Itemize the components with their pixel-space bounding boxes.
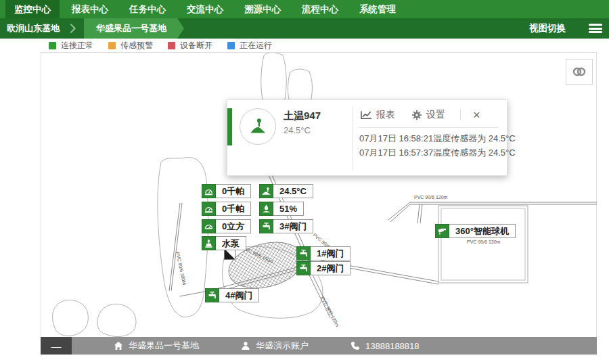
report-button[interactable]: 报表: [361, 109, 395, 121]
phone-icon: [351, 341, 360, 350]
soil-temperature-icon: [259, 184, 273, 198]
sensor-label: 51%: [273, 202, 304, 216]
user-icon: [241, 341, 250, 350]
valve-icon: [259, 219, 273, 233]
device-ptz-camera[interactable]: 360°智能球机: [435, 224, 516, 238]
sensor-label: 0立方: [216, 219, 251, 233]
popup-title: 土温947: [284, 110, 321, 122]
sensor-label: 3#阀门: [273, 219, 313, 233]
chart-icon: [361, 110, 372, 120]
chevron-right-icon: [66, 24, 76, 33]
legend-item-offline: 设备断开: [168, 40, 212, 51]
device-valve-2[interactable]: 2#阀门: [296, 261, 351, 275]
link-button[interactable]: [566, 59, 593, 85]
settings-button[interactable]: 设置: [411, 109, 445, 121]
nav-tab-traceability[interactable]: 溯源中心: [235, 0, 290, 18]
divider: [353, 107, 353, 170]
ptz-camera-icon: [435, 224, 449, 238]
divider: [359, 127, 499, 128]
soil-temperature-icon: [240, 108, 276, 145]
popup-value: 24.5°C: [284, 125, 311, 135]
footer-bar: — 华盛果品一号基地 华盛演示账户 13888188818: [41, 337, 597, 355]
legend-item-warning: 传感预警: [108, 40, 153, 51]
chain-link-icon: [572, 66, 587, 78]
nav-tab-report[interactable]: 报表中心: [63, 0, 117, 18]
sensor-label: 水泵: [216, 236, 246, 250]
sensor-label: 2#阀门: [311, 261, 351, 275]
pipe-label: PVC 90/6 130m: [467, 240, 501, 244]
legend-item-running: 正在运行: [227, 40, 272, 51]
pressure-gauge-icon: [202, 184, 216, 198]
report-label: 报表: [376, 109, 395, 121]
valve-icon: [205, 288, 219, 302]
sensor-label: 4#阀门: [219, 288, 259, 302]
nav-tab-task[interactable]: 任务中心: [120, 0, 175, 18]
legend-label: 传感预警: [120, 40, 153, 51]
log-entry: 07月17日 16:57:37温度传感器为 24.5°C: [359, 145, 503, 160]
nav-tab-monitor[interactable]: 监控中心: [5, 0, 60, 18]
pipe-label: PVC 90/6 120m: [414, 195, 448, 200]
sensor-label: 0千帕: [216, 184, 251, 198]
device-valve-4[interactable]: 4#阀门: [205, 288, 259, 302]
footer-phone: 13888188818: [351, 341, 420, 351]
sensor-label: 360°智能球机: [449, 224, 516, 238]
top-nav: 监控中心 报表中心 任务中心 交流中心 溯源中心 流程中心 系统管理: [0, 0, 609, 18]
sensor-label: 1#阀门: [311, 246, 351, 260]
blue-square-icon: [227, 42, 235, 49]
soil-humidity-icon: [259, 202, 273, 216]
sensor-pressure-2[interactable]: 0千帕: [202, 202, 251, 216]
legend-label: 设备断开: [180, 40, 212, 51]
sensor-soil-humidity[interactable]: 51%: [259, 202, 304, 216]
divider: [460, 110, 461, 120]
sensor-soil-temperature[interactable]: 24.5°C: [259, 184, 313, 198]
orange-square-icon: [108, 42, 116, 49]
collapse-button[interactable]: —: [41, 337, 72, 355]
breadcrumb-root[interactable]: 欧润山东基地: [0, 18, 64, 39]
pipe-label: PVC 90/6 120m: [320, 296, 340, 327]
gear-icon: [411, 110, 422, 120]
footer-account-label: 华盛演示账户: [256, 340, 309, 352]
sensor-popup: 土温947 24.5°C 报表 设置 × 07月17日 16:58:21温度传感…: [227, 99, 508, 176]
sensor-label: 24.5°C: [273, 184, 313, 198]
menu-icon[interactable]: [589, 24, 602, 33]
sensor-log-list: 07月17日 16:58:21温度传感器为 24.5°C 07月17日 16:5…: [359, 131, 503, 160]
water-pump-icon: [202, 236, 216, 250]
valve-icon: [296, 261, 311, 275]
footer-account: 华盛演示账户: [241, 340, 309, 352]
valve-icon: [296, 246, 311, 260]
home-icon: [114, 341, 123, 350]
device-valve-1[interactable]: 1#阀门: [296, 246, 351, 260]
footer-base: 华盛果品一号基地: [114, 340, 199, 352]
sensor-label: 0千帕: [216, 202, 251, 216]
sensor-flow-meter[interactable]: 0立方: [202, 219, 251, 233]
monitoring-app: 监控中心 报表中心 任务中心 交流中心 溯源中心 流程中心 系统管理 欧润山东基…: [0, 0, 609, 364]
nav-tab-communication[interactable]: 交流中心: [178, 0, 232, 18]
red-square-icon: [168, 42, 175, 49]
legend-label: 连接正常: [61, 40, 93, 51]
popup-accent-bar: [227, 108, 232, 145]
nav-tab-system[interactable]: 系统管理: [351, 0, 405, 18]
breadcrumb-current[interactable]: 华盛果品一号基地: [84, 18, 177, 39]
sensor-pressure-1[interactable]: 0千帕: [202, 184, 251, 198]
log-entry: 07月17日 16:58:21温度传感器为 24.5°C: [359, 131, 503, 145]
breadcrumb-bar: 欧润山东基地 华盛果品一号基地 视图切换: [0, 18, 609, 39]
legend-item-connected: 连接正常: [49, 40, 93, 51]
legend-label: 正在运行: [240, 40, 272, 51]
view-switch-button[interactable]: 视图切换: [529, 22, 566, 35]
device-water-pump[interactable]: 水泵: [202, 236, 246, 250]
flow-meter-icon: [202, 219, 216, 233]
footer-base-label: 华盛果品一号基地: [129, 340, 199, 352]
footer-phone-label: 13888188818: [365, 341, 420, 351]
settings-label: 设置: [426, 109, 445, 121]
close-icon[interactable]: ×: [473, 109, 480, 121]
status-legend: 连接正常 传感预警 设备断开 正在运行: [41, 39, 597, 53]
farm-map: PVC 90/6 120m PVC 90/6 130m PVC 90/6 100…: [41, 53, 597, 337]
green-square-icon: [49, 42, 56, 49]
nav-tab-process[interactable]: 流程中心: [293, 0, 347, 18]
pressure-gauge-icon: [202, 202, 216, 216]
device-valve-3[interactable]: 3#阀门: [259, 219, 313, 233]
